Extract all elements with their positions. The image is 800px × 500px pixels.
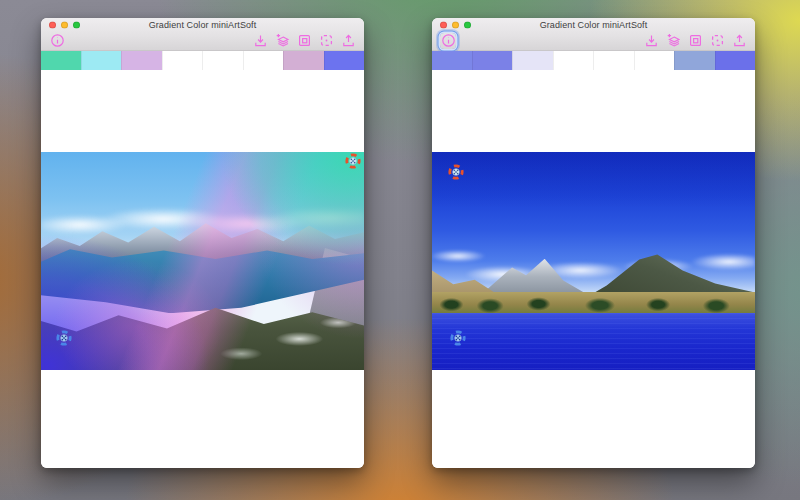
color-swatch[interactable] xyxy=(41,51,81,71)
document-canvas xyxy=(432,70,755,468)
window-title: Gradient Color miniArtSoft xyxy=(41,18,364,33)
color-swatch[interactable] xyxy=(121,51,162,71)
photo[interactable] xyxy=(41,152,364,370)
tray-arrow-up-icon xyxy=(341,33,356,48)
share-button[interactable] xyxy=(340,33,356,49)
titlebar[interactable]: Gradient Color miniArtSoft xyxy=(432,18,755,32)
tray-arrow-up-icon xyxy=(732,33,747,48)
color-swatch[interactable] xyxy=(162,51,203,71)
color-swatch[interactable] xyxy=(472,51,513,71)
fit-button[interactable] xyxy=(709,33,725,49)
gradient-end-marker[interactable] xyxy=(345,152,362,169)
swatch-row xyxy=(41,51,364,71)
info-icon xyxy=(441,33,456,48)
close-button[interactable] xyxy=(440,22,447,29)
desktop-background: Gradient Color miniArtSoft xyxy=(0,0,800,500)
frame-button[interactable] xyxy=(687,33,703,49)
gradient-overlay xyxy=(432,152,755,370)
color-swatch[interactable] xyxy=(243,51,284,71)
info-button[interactable] xyxy=(440,33,456,49)
import-button[interactable] xyxy=(643,33,659,49)
layers-plus-icon xyxy=(666,33,681,48)
color-swatch[interactable] xyxy=(553,51,594,71)
gradient-overlay xyxy=(41,152,364,370)
color-swatch[interactable] xyxy=(634,51,675,71)
share-button[interactable] xyxy=(731,33,747,49)
tray-arrow-down-icon xyxy=(253,33,268,48)
toolbar-actions xyxy=(643,33,747,49)
minimize-button[interactable] xyxy=(452,22,459,29)
frame-button[interactable] xyxy=(296,33,312,49)
gradient-start-marker[interactable] xyxy=(449,329,466,346)
app-window-1: Gradient Color miniArtSoft xyxy=(41,18,364,468)
traffic-lights xyxy=(49,22,80,29)
window-title: Gradient Color miniArtSoft xyxy=(432,18,755,33)
titlebar[interactable]: Gradient Color miniArtSoft xyxy=(41,18,364,32)
minimize-button[interactable] xyxy=(61,22,68,29)
fit-button[interactable] xyxy=(318,33,334,49)
window-header: Gradient Color miniArtSoft xyxy=(432,18,755,51)
layers-plus-icon xyxy=(275,33,290,48)
color-swatch[interactable] xyxy=(432,51,472,71)
color-swatch[interactable] xyxy=(593,51,634,71)
toolbar xyxy=(41,32,364,50)
document-canvas xyxy=(41,70,364,468)
color-swatch[interactable] xyxy=(674,51,715,71)
add-layers-button[interactable] xyxy=(665,33,681,49)
gradient-start-marker[interactable] xyxy=(55,329,72,346)
app-window-2: Gradient Color miniArtSoft xyxy=(432,18,755,468)
close-button[interactable] xyxy=(49,22,56,29)
color-swatch[interactable] xyxy=(283,51,324,71)
tray-arrow-down-icon xyxy=(644,33,659,48)
photo[interactable] xyxy=(432,152,755,370)
zoom-button[interactable] xyxy=(464,22,471,29)
info-button[interactable] xyxy=(49,33,65,49)
square-in-square-icon xyxy=(297,33,312,48)
window-header: Gradient Color miniArtSoft xyxy=(41,18,364,51)
import-button[interactable] xyxy=(252,33,268,49)
toolbar-actions xyxy=(252,33,356,49)
color-swatch[interactable] xyxy=(715,51,756,71)
info-icon xyxy=(50,33,65,48)
dashed-square-icon xyxy=(319,33,334,48)
traffic-lights xyxy=(440,22,471,29)
swatch-row xyxy=(432,51,755,71)
toolbar xyxy=(432,32,755,50)
color-swatch[interactable] xyxy=(81,51,122,71)
color-swatch[interactable] xyxy=(324,51,365,71)
dashed-square-icon xyxy=(710,33,725,48)
color-swatch[interactable] xyxy=(202,51,243,71)
color-swatch[interactable] xyxy=(512,51,553,71)
square-in-square-icon xyxy=(688,33,703,48)
add-layers-button[interactable] xyxy=(274,33,290,49)
zoom-button[interactable] xyxy=(73,22,80,29)
gradient-end-marker[interactable] xyxy=(447,164,464,181)
